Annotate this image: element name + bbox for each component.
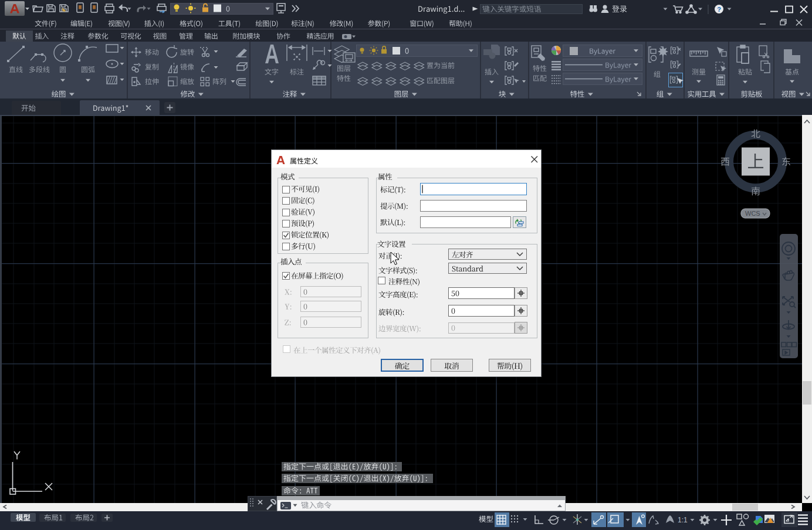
svg-text:1:1: 1:1	[678, 516, 688, 524]
svg-text:?: ?	[717, 6, 721, 13]
svg-text:WCS: WCS	[745, 210, 760, 217]
